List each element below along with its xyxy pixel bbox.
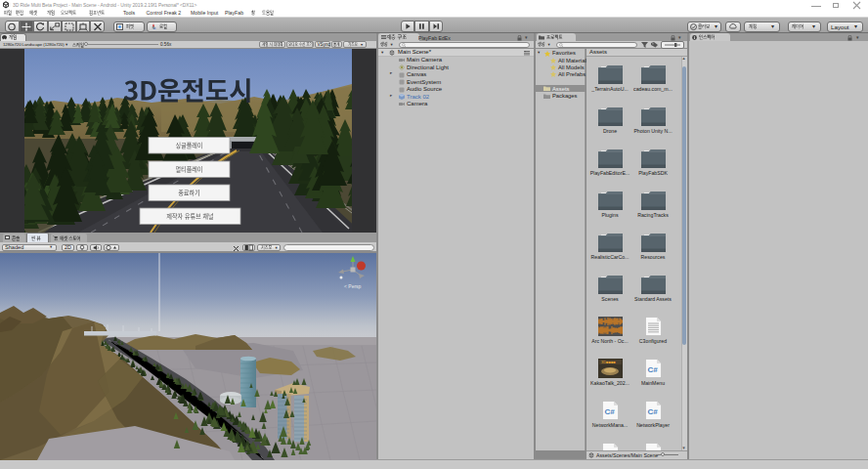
svg-text:C#: C#	[604, 407, 615, 416]
svg-text:C#: C#	[647, 407, 658, 416]
svg-text:C#: C#	[647, 365, 658, 374]
svg-text:< Persp: < Persp	[344, 283, 362, 289]
svg-text:3D■■■■: 3D■■■■	[601, 360, 616, 364]
